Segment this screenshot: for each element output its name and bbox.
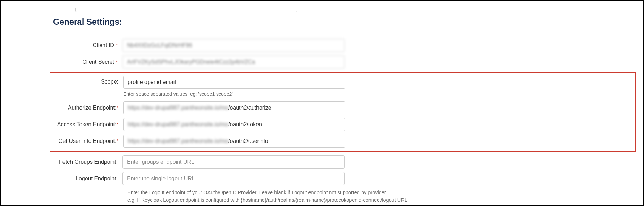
previous-field-stub (75, 8, 297, 12)
authorize-endpoint-input[interactable]: https://dev-drupal987.pantheonsite.io/mo… (123, 101, 345, 114)
access-token-endpoint-label: Access Token Endpoint:* (54, 118, 123, 131)
groups-endpoint-input[interactable] (122, 155, 345, 169)
section-title: General Settings: (53, 17, 633, 28)
logout-endpoint-input[interactable] (122, 172, 345, 185)
client-id-label: Client ID:* (53, 39, 122, 52)
client-id-input[interactable]: Nb4XIIDzGcLFqiDNrHF96 (122, 39, 345, 52)
client-secret-input[interactable]: ArIFVZKySdSPhvLJOkaryPGDneie4tCzz2p4bVZC… (122, 55, 345, 69)
userinfo-endpoint-label: Get User Info Endpoint:* (54, 135, 123, 147)
scope-label: Scope: (54, 76, 123, 88)
userinfo-endpoint-input[interactable]: https://dev-drupal987.pantheonsite.io/mo… (123, 135, 345, 148)
section-divider (53, 31, 633, 31)
logout-help: Enter the Logout endpoint of your OAuth/… (127, 189, 467, 206)
scope-input[interactable] (123, 76, 345, 89)
highlighted-region: Scope: Enter space separated values, eg:… (50, 72, 636, 152)
scope-help: Enter space separated values, eg: 'scope… (123, 91, 345, 98)
authorize-endpoint-label: Authorize Endpoint:* (54, 102, 123, 114)
settings-frame: General Settings: Client ID:* Nb4XIIDzGc… (0, 0, 644, 206)
groups-endpoint-label: Fetch Groups Endpoint: (53, 156, 122, 168)
logout-endpoint-label: Logout Endpoint: (53, 172, 122, 185)
client-secret-label: Client Secret:* (53, 56, 122, 68)
access-token-endpoint-input[interactable]: https://dev-drupal987.pantheonsite.io/mo… (123, 118, 345, 131)
